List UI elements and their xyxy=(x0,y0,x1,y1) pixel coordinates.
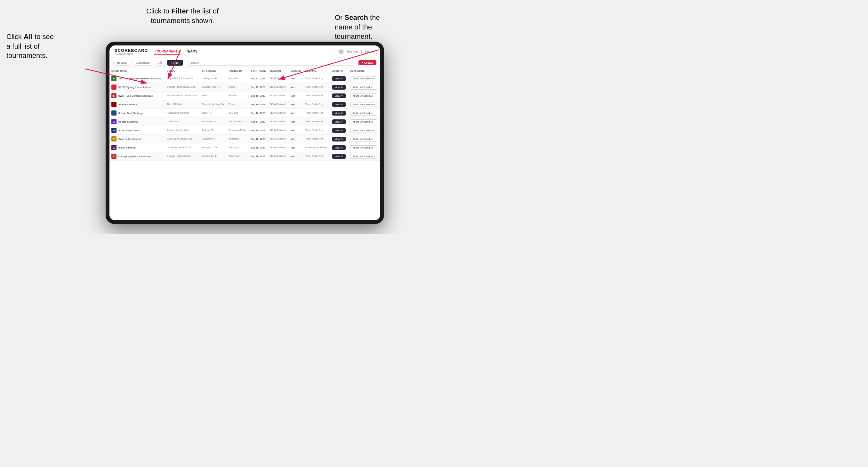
annotation-top-center: Click to Filter the list oftournaments s… xyxy=(122,6,243,25)
create-button[interactable]: + Create xyxy=(359,60,376,65)
view-label: View xyxy=(335,129,340,132)
venue-cell: Olympia Fields Country Club xyxy=(165,83,200,92)
competing-cell: Add to My Schedule + xyxy=(348,100,380,109)
scoring-cell: Team, Stroke Play xyxy=(303,152,330,161)
add-to-schedule-button[interactable]: Add to My Schedule + xyxy=(350,137,377,142)
view-button[interactable]: View 👁 xyxy=(332,102,346,107)
add-to-schedule-button[interactable]: Add to My Schedule + xyxy=(350,85,377,90)
add-to-schedule-button[interactable]: Add to My Schedule + xyxy=(350,93,377,98)
division-cell: NCAA Division I xyxy=(268,92,289,100)
venue-cell: Guyan Golf & Country Club xyxy=(165,74,200,83)
gender-cell: Men xyxy=(289,100,303,109)
city-state-cell: Manhattan, KS xyxy=(200,118,226,126)
sign-out-link[interactable]: Sign out xyxy=(365,50,375,53)
col-start-date: START DATE xyxy=(249,68,268,74)
table-row: C Chicago Highlands Invitational Chicago… xyxy=(110,152,380,161)
view-button[interactable]: View 👁 xyxy=(332,93,346,98)
nav-tab-tournaments[interactable]: TOURNAMENTS xyxy=(154,48,181,55)
view-button[interactable]: View 👁 xyxy=(332,119,346,124)
add-to-schedule-button[interactable]: Add to My Schedule + xyxy=(350,145,377,150)
competing-button[interactable]: Competing xyxy=(132,60,153,66)
nav-tab-teams[interactable]: TEAMS xyxy=(186,48,198,55)
view-button[interactable]: View 👁 xyxy=(332,85,346,90)
scoring-cell: Team, Stroke Play xyxy=(303,118,330,126)
scoring-cell: Team, Stroke Play xyxy=(303,126,330,135)
pipe-separator: | xyxy=(361,50,362,53)
add-to-schedule-button[interactable]: Add to My Schedule + xyxy=(350,119,377,124)
division-cell: NCAA Division I xyxy=(268,118,289,126)
event-name-cell: T Temple Invitational xyxy=(110,100,165,109)
add-to-schedule-button[interactable]: Add to My Schedule + xyxy=(350,102,377,107)
table-row: ↑ Upstate Dual Challenge Ravenwood Golf … xyxy=(110,109,380,118)
add-to-schedule-button[interactable]: Add to My Schedule + xyxy=(350,128,377,133)
view-label: View xyxy=(335,86,340,89)
add-to-schedule-button[interactable]: Add to My Schedule + xyxy=(350,76,377,81)
view-button[interactable]: View 👁 xyxy=(332,111,346,116)
view-button[interactable]: View 👁 xyxy=(332,137,346,142)
event-name-cell: G Grover Page Classic xyxy=(110,126,165,135)
event-name-cell: M 2023 Joe Feaganes Marshall Invitationa… xyxy=(110,74,165,83)
add-to-schedule-button[interactable]: Add to My Schedule + xyxy=(350,154,377,159)
start-date-cell: Sep 16, 2023 xyxy=(249,100,268,109)
app-header: SCOREBOARD Powered by clippd TOURNAMENTS… xyxy=(110,45,380,58)
scoring-cell: Team, Stroke Play xyxy=(303,83,330,92)
eye-icon: 👁 xyxy=(341,155,343,157)
scoring-cell: Team, Stroke Play xyxy=(303,135,330,144)
start-date-cell: Sep 16, 2023 xyxy=(249,109,268,118)
competing-cell: Add to My Schedule + xyxy=(348,144,380,152)
scoring-cell: Individual, Stroke Play xyxy=(303,144,330,152)
start-date-cell: Sep 18, 2023 xyxy=(249,144,268,152)
view-button[interactable]: View 👁 xyxy=(332,128,346,133)
hosted-by-cell: Illinois xyxy=(226,83,249,92)
view-label: View xyxy=(335,120,340,123)
add-schedule-label: Add to My Schedule + xyxy=(353,86,375,88)
view-button[interactable]: View 👁 xyxy=(332,145,346,150)
team-logo: V xyxy=(112,136,117,142)
header-right: U Test User | Sign out xyxy=(338,49,375,54)
hosted-by-cell: Valparaiso xyxy=(226,135,249,144)
nav-tabs: TOURNAMENTS TEAMS xyxy=(154,48,338,55)
venue-cell: Sand Creek Country Club xyxy=(165,135,200,144)
filter-button[interactable]: ≡ Filter xyxy=(167,60,183,66)
city-state-cell: Olympia Fields, IL xyxy=(200,83,226,92)
event-name-cell: I OFCC Fighting Illini Invitational xyxy=(110,83,165,92)
col-hosted-by: HOSTED BY xyxy=(226,68,249,74)
view-button[interactable]: View 👁 xyxy=(332,154,346,159)
tournaments-table: EVENT NAME VENUE CITY, STATE HOSTED BY S… xyxy=(110,68,380,161)
table-row: I OFCC Fighting Illini Invitational Olym… xyxy=(110,83,380,92)
hosted-by-cell: Wake Forest xyxy=(226,152,249,161)
hosted-by-cell: Marshall xyxy=(226,74,249,83)
view-button[interactable]: View 👁 xyxy=(332,76,346,81)
team-logo: W xyxy=(112,145,117,150)
add-schedule-label: Add to My Schedule + xyxy=(353,95,375,97)
event-name-cell: C Chicago Highlands Invitational xyxy=(110,152,165,161)
gender-cell: Men xyxy=(289,135,303,144)
scoring-cell: Team, Stroke Play xyxy=(303,100,330,109)
division-cell: NCAA Division I xyxy=(268,135,289,144)
city-state-cell: Plymouth Meeting, PA xyxy=(200,100,226,109)
all-button[interactable]: All xyxy=(155,60,165,66)
view-label: View xyxy=(335,146,340,149)
actions-cell: View 👁 xyxy=(330,144,348,152)
search-input[interactable] xyxy=(188,60,354,66)
team-logo: C xyxy=(112,154,117,159)
add-schedule-label: Add to My Schedule + xyxy=(353,112,375,114)
view-label: View xyxy=(335,103,340,106)
view-label: View xyxy=(335,137,340,141)
table-container[interactable]: EVENT NAME VENUE CITY, STATE HOSTED BY S… xyxy=(110,68,380,220)
scoring-cell: Team, Stroke Play xyxy=(303,92,330,100)
hosting-button[interactable]: Hosting xyxy=(113,60,130,66)
eye-icon: 👁 xyxy=(341,129,343,131)
start-date-cell: Sep 17, 2023 xyxy=(249,118,268,126)
eye-icon: 👁 xyxy=(341,112,343,114)
gender-cell: Men xyxy=(289,126,303,135)
eye-icon: 👁 xyxy=(341,103,343,105)
start-date-cell: Sep 18, 2023 xyxy=(249,126,268,135)
add-to-schedule-button[interactable]: Add to My Schedule + xyxy=(350,111,377,116)
division-cell: NCAA Division I xyxy=(268,152,289,161)
city-state-cell: Bremerton, WA xyxy=(200,144,226,152)
table-row: F Ryan T. Lee Memorial Collegiate Shuttl… xyxy=(110,92,380,100)
team-logo: I xyxy=(112,85,117,90)
team-logo: W xyxy=(112,119,117,124)
start-date-cell: Sep 15, 2023 xyxy=(249,83,268,92)
